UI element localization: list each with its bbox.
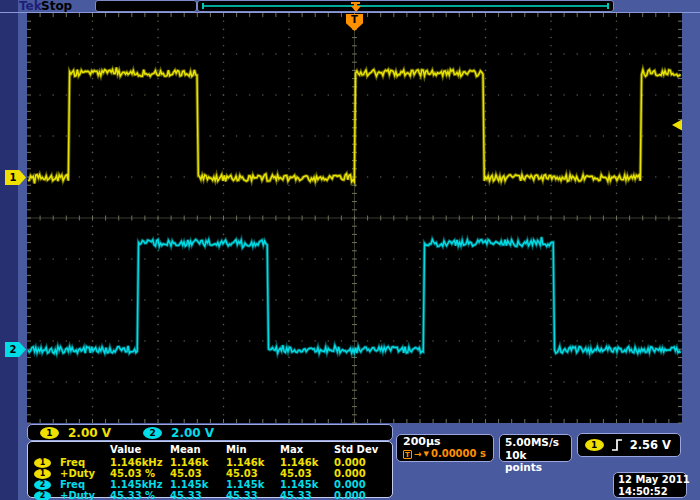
col-stddev: Std Dev bbox=[334, 444, 390, 455]
record-start-bracket bbox=[202, 3, 204, 9]
measurement-row: 1 +Duty45.03 % 45.0345.03 45.030.000 bbox=[34, 467, 388, 478]
acquisition-readout-box: 5.00MS/s 10k points bbox=[499, 434, 572, 462]
time-label: 14:50:52 bbox=[618, 486, 682, 498]
trigger-level: 2.56 V bbox=[630, 438, 671, 452]
ch2-row-badge: 2 bbox=[34, 491, 51, 500]
arrow-right-icon: → bbox=[414, 450, 422, 459]
acquisition-state-box bbox=[95, 0, 197, 12]
record-end-bracket bbox=[607, 3, 609, 9]
trigger-source-badge: 1 bbox=[585, 439, 604, 451]
triangle-down-icon: ▼ bbox=[424, 450, 429, 459]
horizontal-readout-box: 200µs T→▼ 0.00000 s bbox=[396, 434, 494, 462]
datetime-box: 12 May 2011 14:50:52 bbox=[613, 472, 687, 498]
date-label: 12 May 2011 bbox=[618, 474, 682, 486]
horizontal-position: 0.00000 s bbox=[431, 448, 486, 460]
top-bar-divider bbox=[0, 12, 700, 13]
col-max: Max bbox=[280, 444, 334, 455]
measurement-row: 1 Freq1.146kHz 1.146k1.146k 1.146k0.000 bbox=[34, 456, 388, 467]
channel1-scale[interactable]: 2.00 V bbox=[68, 426, 111, 440]
channel1-badge: 1 bbox=[40, 427, 59, 439]
col-value: Value bbox=[110, 444, 170, 455]
col-mean: Mean bbox=[170, 444, 226, 455]
col-min: Min bbox=[226, 444, 280, 455]
rising-edge-icon bbox=[611, 438, 623, 452]
sample-rate: 5.00MS/s bbox=[505, 436, 566, 449]
record-length: 10k points bbox=[505, 449, 566, 474]
trigger-box-icon: T bbox=[403, 450, 412, 459]
channel-scale-bar: 1 2.00 V 2 2.00 V bbox=[27, 424, 393, 441]
channel2-scale[interactable]: 2.00 V bbox=[171, 426, 214, 440]
measurement-row: 2 Freq1.145kHz 1.145k1.145k 1.145k0.000 bbox=[34, 478, 388, 489]
record-line bbox=[203, 5, 608, 7]
record-view-bar bbox=[197, 0, 614, 12]
measurement-table: Value Mean Min Max Std Dev 1 Freq1.146kH… bbox=[27, 441, 393, 498]
measurement-row: 2 +Duty45.33 % 45.3345.33 45.330.000 bbox=[34, 489, 388, 500]
channel2-badge: 2 bbox=[143, 427, 162, 439]
timebase-scale: 200µs bbox=[403, 436, 487, 448]
measurement-header-row: Value Mean Min Max Std Dev bbox=[34, 443, 388, 456]
trigger-readout-box: 1 2.56 V bbox=[577, 433, 681, 457]
